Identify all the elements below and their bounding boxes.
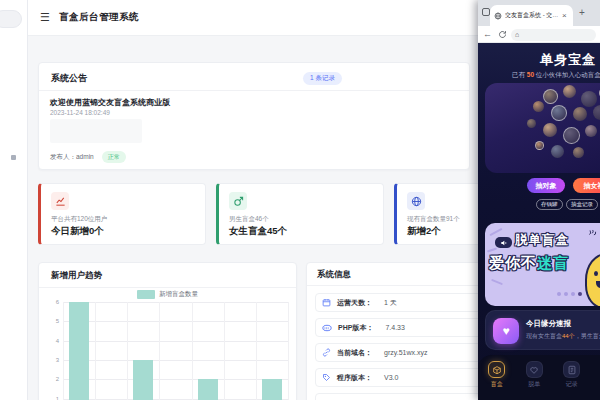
legend-swatch [137, 290, 155, 299]
nav-item-脱单[interactable]: 脱单 [516, 361, 554, 400]
speed-line [491, 279, 503, 285]
avatar [543, 89, 558, 104]
gridline [256, 302, 257, 400]
nav-label: 脱单 [528, 380, 540, 389]
draw-goddess-button[interactable]: 抽女神 [573, 178, 600, 193]
sys-label: 当前域名： [337, 348, 372, 358]
y-tick-label: 1 [45, 396, 59, 400]
record-count-badge: 1 条记录 [303, 72, 342, 85]
sys-label: 运营天数： [337, 298, 372, 308]
avatar [535, 141, 544, 150]
draw-partner-button[interactable]: 抽对象 [527, 178, 565, 193]
y-tick-label: 3 [45, 357, 59, 363]
announcement-date: 2023-11-24 18:02:49 [50, 109, 110, 116]
announcement-post-title[interactable]: 欢迎使用蓝锦交友盲盒系统商业版 [50, 97, 170, 108]
report-subtitle: 现有女生盲盒44个，男生盲盒46个 [526, 332, 600, 341]
hamburger-icon[interactable]: ☰ [40, 11, 50, 24]
new-tab-button[interactable]: + [579, 7, 585, 18]
gridline [63, 341, 288, 342]
nav-item-profile[interactable] [591, 361, 600, 400]
chart-card: 新增用户趋势 新增盲盒数量 123456 [38, 262, 297, 400]
y-tick-label: 6 [45, 299, 59, 305]
back-icon[interactable]: ← [483, 29, 492, 39]
gridline [63, 399, 288, 400]
browser-window: 交友盲盒系统 - 交友盲盒系统 × + ← ⌂ 单身宝盒 已有 50 位小伙伴加… [478, 0, 600, 400]
globe-favicon [494, 12, 502, 20]
carousel-dot[interactable] [578, 292, 582, 296]
heart-icon [526, 361, 543, 378]
stat-caption: 平台共有120位用户 [51, 215, 107, 224]
nav-item-记录[interactable]: 记录 [553, 361, 591, 400]
bottom-nav: 盲盒脱单记录 [478, 355, 600, 400]
announcement-card: 系统公告 1 条记录 欢迎使用蓝锦交友盲盒系统商业版 2023-11-24 18… [38, 62, 470, 170]
stat-card[interactable]: 男生盲盒46个女生盲盒45个 [216, 183, 384, 245]
gridline [159, 302, 160, 400]
status-badge: 正常 [102, 151, 126, 163]
carousel-dot[interactable] [557, 292, 561, 296]
carousel-dot[interactable] [571, 292, 575, 296]
daily-report-card[interactable]: ♥ 今日缘分速报 现有女生盲盒44个，男生盲盒46个 [485, 310, 600, 350]
carousel-dot[interactable] [564, 292, 568, 296]
tab-title: 交友盲盒系统 - 交友盲盒系统 [505, 11, 561, 20]
avatar [551, 145, 564, 158]
avatar [573, 147, 584, 158]
address-bar[interactable]: ⌂ [511, 29, 596, 41]
nav-label: 盲盒 [491, 380, 503, 389]
sys-value: 7.4.33 [385, 324, 404, 331]
mascot-character [585, 253, 600, 306]
piggy-bank-button[interactable]: 存钱罐 [536, 199, 563, 210]
chart-bar[interactable] [198, 379, 218, 400]
logo-placeholder [0, 10, 22, 28]
sidebar-collapsed-item-icon[interactable] [11, 155, 16, 160]
stat-value: 新增2个 [407, 225, 441, 238]
y-tick-label: 4 [45, 338, 59, 344]
chart-bar[interactable] [69, 302, 89, 400]
tab-close-icon[interactable]: × [562, 11, 567, 20]
home-icon: ⌂ [515, 31, 519, 38]
banner-line2: 爱你不迷盲 [489, 254, 569, 273]
nav-item-盲盒[interactable]: 盲盒 [478, 361, 516, 400]
draw-records-button[interactable]: 抽盒记录 [566, 199, 598, 210]
app-page: 单身宝盒 已有 50 位小伙伴加入心动盲盒 抽对象 抽女神 存钱罐 抽盒记录 脱… [478, 43, 600, 400]
tab-panel-icon[interactable] [482, 8, 490, 16]
avatar [593, 105, 600, 120]
chart-title: 新增用户趋势 [51, 270, 102, 282]
stat-caption: 现有盲盒数量91个 [407, 215, 460, 224]
line-chart-icon [51, 192, 69, 210]
report-title: 今日缘分速报 [526, 319, 571, 329]
y-tick-label: 2 [45, 376, 59, 382]
sys-label: PHP版本： [338, 323, 373, 333]
gridline [192, 302, 193, 400]
refresh-icon[interactable] [498, 30, 507, 39]
chart-legend: 新增盲盒数量 [39, 290, 296, 299]
y-tick-label: 5 [45, 318, 59, 324]
joined-count: 50 [527, 71, 534, 78]
chart-bar[interactable] [133, 360, 153, 400]
promo-banner[interactable]: 脱单盲盒 爱你不迷盲 [485, 223, 600, 306]
divider [39, 90, 469, 91]
stat-caption: 男生盲盒46个 [229, 215, 269, 224]
gridline [63, 302, 288, 303]
chart-bar[interactable] [262, 379, 282, 400]
globe-icon [407, 192, 425, 210]
sys-label: 程序版本： [337, 373, 372, 383]
stat-value: 今日新增0个 [51, 225, 104, 238]
app-title: 单身宝盒 [540, 51, 596, 69]
stat-value: 女生盲盒45个 [229, 225, 287, 238]
gridline [63, 302, 64, 400]
sys-value: grzy.51wx.xyz [384, 349, 427, 356]
heart-app-icon: ♥ [493, 318, 519, 344]
version-icon [322, 373, 331, 382]
avatar [573, 107, 587, 121]
browser-tab[interactable]: 交友盲盒系统 - 交友盲盒系统 × [490, 5, 573, 26]
announcement-publisher: 发布人：admin [50, 153, 94, 162]
gridline [127, 302, 128, 400]
page-title: 盲盒后台管理系统 [59, 11, 139, 24]
avatar [585, 125, 597, 137]
avatar-collage-card [485, 83, 600, 173]
avatar [563, 127, 580, 144]
speed-line [489, 228, 502, 236]
browser-tabbar: 交友盲盒系统 - 交友盲盒系统 × + [478, 0, 600, 26]
stat-card[interactable]: 平台共有120位用户今日新增0个 [38, 183, 206, 245]
speaker-icon [495, 237, 512, 248]
